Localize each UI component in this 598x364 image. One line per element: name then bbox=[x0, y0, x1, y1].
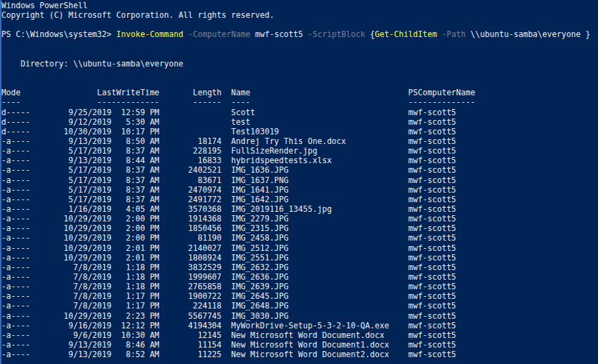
blank-line bbox=[1, 20, 598, 29]
file-row: d----- 9/25/2019 12:59 PM Scott mwf-scot… bbox=[1, 108, 598, 117]
command-segments: Invoke-Command -ComputerName mwf-scott5 … bbox=[117, 29, 590, 39]
file-row: -a---- 5/17/2019 8:37 AM 83671 IMG_1637.… bbox=[1, 175, 598, 185]
blank-line bbox=[1, 69, 598, 78]
command-segment-parameter: -ScriptBlock bbox=[308, 29, 366, 39]
table-header-row: Mode LastWriteTime Length Name PSCompute… bbox=[1, 88, 598, 97]
file-row: -a---- 9/16/2019 12:12 PM 4194304 MyWork… bbox=[1, 321, 598, 330]
command-segment-default: { bbox=[366, 29, 375, 39]
file-row: -a---- 9/6/2019 10:30 AM 12145 New Micro… bbox=[1, 330, 598, 340]
table-divider-row: ---- ------------- ------ ---- ---------… bbox=[1, 97, 598, 107]
file-row: -a---- 10/29/2019 2:01 PM 2140027 IMG_25… bbox=[1, 243, 598, 253]
file-row: -a---- 9/13/2019 8:44 AM 16833 hybridspe… bbox=[1, 156, 598, 165]
file-row: -a---- 10/29/2019 2:01 PM 1808924 IMG_25… bbox=[1, 253, 598, 263]
file-row: -a---- 5/17/2019 8:37 AM 2470974 IMG_164… bbox=[1, 185, 598, 195]
file-row: -a---- 9/13/2019 8:46 AM 11154 New Micro… bbox=[1, 340, 598, 350]
file-row: -a---- 5/17/2019 8:37 AM 2402521 IMG_163… bbox=[1, 165, 598, 175]
blank-line bbox=[1, 49, 598, 59]
command-segment-default: \\ubuntu-samba\everyone } bbox=[466, 29, 590, 39]
file-row: -a---- 7/8/2019 1:17 PM 224118 IMG_2648.… bbox=[1, 301, 598, 311]
shell-prompt: PS C:\Windows\system32> bbox=[1, 29, 117, 39]
file-row: -a---- 9/13/2019 8:52 AM 11225 New Micro… bbox=[1, 350, 598, 359]
powershell-terminal[interactable]: Windows PowerShell Copyright (C) Microso… bbox=[1, 1, 598, 364]
blank-line bbox=[1, 40, 598, 49]
output-table: Mode LastWriteTime Length Name PSCompute… bbox=[1, 88, 598, 359]
file-row: -a---- 7/8/2019 1:18 PM 1999607 IMG_2636… bbox=[1, 272, 598, 282]
command-segment-default: mwf-scott5 bbox=[250, 29, 308, 39]
file-row: -a---- 7/8/2019 1:18 PM 2765858 IMG_2639… bbox=[1, 282, 598, 291]
command-line: PS C:\Windows\system32> Invoke-Command -… bbox=[1, 29, 598, 39]
file-row: -a---- 5/17/2019 8:37 AM 2491772 IMG_164… bbox=[1, 195, 598, 204]
file-row: -a---- 10/29/2019 2:00 PM 81190 IMG_2458… bbox=[1, 233, 598, 243]
file-row: -a---- 10/29/2019 2:23 PM 5567745 IMG_30… bbox=[1, 311, 598, 321]
file-row: d----- 10/30/2019 10:17 PM Test103019 mw… bbox=[1, 127, 598, 136]
file-row: d----- 9/12/2019 5:30 AM test mwf-scott5 bbox=[1, 117, 598, 127]
file-row: -a---- 10/29/2019 2:00 PM 1850456 IMG_23… bbox=[1, 223, 598, 233]
command-segment-parameter: -Path bbox=[442, 29, 466, 39]
banner-line-2: Copyright (C) Microsoft Corporation. All… bbox=[1, 10, 598, 20]
file-row: -a---- 1/16/2019 4:05 AM 3570368 IMG_201… bbox=[1, 204, 598, 214]
file-row: -a---- 9/13/2019 8:50 AM 18174 Andrej Tr… bbox=[1, 136, 598, 146]
command-segment-parameter: -ComputerName bbox=[188, 29, 250, 39]
banner-line-1: Windows PowerShell bbox=[1, 1, 598, 10]
file-row: -a---- 7/8/2019 1:18 PM 3832529 IMG_2632… bbox=[1, 263, 598, 272]
command-segment-command: Invoke-Command bbox=[117, 29, 184, 39]
command-segment-command: Get-ChildItem bbox=[375, 29, 438, 39]
file-row: -a---- 5/17/2019 8:37 AM 228195 FullSize… bbox=[1, 146, 598, 156]
window-left-edge[interactable] bbox=[0, 0, 1, 364]
file-row: -a---- 7/8/2019 1:17 PM 1900722 IMG_2645… bbox=[1, 291, 598, 301]
file-row: -a---- 10/29/2019 2:00 PM 1914368 IMG_22… bbox=[1, 214, 598, 223]
directory-path-line: Directory: \\ubuntu-samba\everyone bbox=[1, 59, 598, 69]
blank-line bbox=[1, 78, 598, 88]
